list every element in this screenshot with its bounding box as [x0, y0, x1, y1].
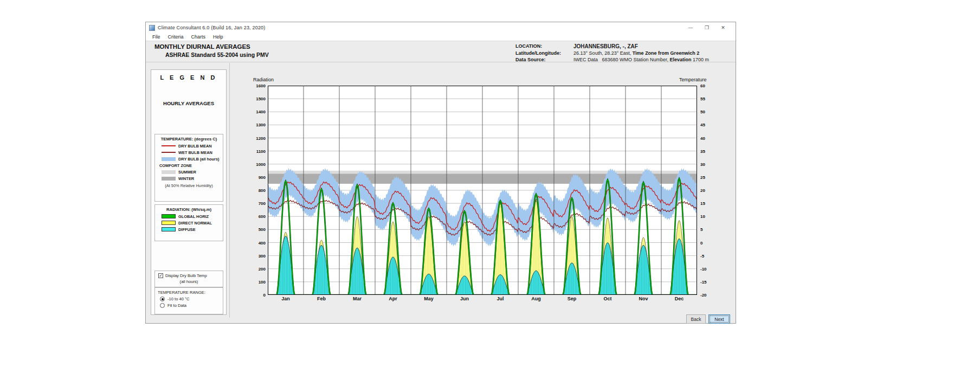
legend-subtitle: HOURLY AVERAGES	[151, 100, 226, 106]
temperature-tick: 5	[700, 227, 722, 232]
app-window: Climate Consultant 6.0 (Build 16, Jan 23…	[145, 22, 736, 324]
datasource-value: IWEC Data 683680 WMO Station Number, Ele…	[573, 57, 709, 62]
radiation-tick: 400	[231, 241, 266, 246]
direct-normal-swatch	[162, 221, 176, 225]
temperature-tick: -10	[700, 267, 722, 272]
temperature-legend-title: TEMPERATURE: (degrees C)	[156, 137, 222, 141]
month-label-jun: Jun	[447, 296, 482, 301]
legend-item-wet-bulb-mean: WET BULB MEAN	[162, 149, 223, 156]
temperature-range-box: TEMPERATURE RANGE: -10 to 40 °CFit to Da…	[154, 287, 223, 314]
radiation-tick: 500	[231, 227, 266, 232]
direct-normal-label: DIRECT NORMAL	[178, 221, 212, 226]
radiation-tick: 800	[231, 188, 266, 193]
datasource-value-bold: Elevation	[670, 57, 692, 62]
display-dry-bulb-checkbox[interactable]: ✓	[158, 273, 163, 278]
radio-selected[interactable]	[160, 297, 165, 301]
winter-label: WINTER	[178, 176, 194, 181]
comfort-zone-label: COMFORT ZONE	[159, 163, 192, 168]
month-label-nov: Nov	[626, 296, 661, 301]
temperature-range-option-0: -10 to 40 °C	[160, 297, 223, 301]
temperature-tick: 55	[700, 96, 722, 101]
month-axis-labels: JanFebMarAprMayJunJulAugSepOctNovDec	[268, 296, 697, 302]
latlong-value-text: 26.13° South, 28.23° East,	[573, 50, 633, 56]
month-label-may: May	[411, 296, 447, 301]
page-title: MONTHLY DIURNAL AVERAGES	[154, 43, 250, 50]
display-dry-bulb-box: ✓ Display Dry Bulb Temp (all hours)	[154, 271, 223, 287]
right-axis-title: Temperature	[679, 77, 707, 82]
maximize-button[interactable]: ❐	[699, 22, 715, 33]
global-horiz-swatch	[162, 214, 176, 218]
legend-item-comfort-zone: COMFORT ZONE	[159, 162, 223, 169]
month-label-jan: Jan	[268, 296, 304, 301]
window-title: Climate Consultant 6.0 (Build 16, Jan 23…	[158, 25, 266, 30]
diffuse-label: DIFFUSE	[178, 227, 196, 232]
temperature-tick: 30	[700, 162, 722, 167]
datasource-value-tail: 1700 m	[692, 57, 710, 62]
legend-panel: L E G E N D HOURLY AVERAGES TEMPERATURE:…	[151, 69, 227, 315]
month-label-dec: Dec	[661, 296, 697, 301]
radiation-legend-title: RADIATION: (Wh/sq.m)	[156, 207, 222, 212]
title-bar: Climate Consultant 6.0 (Build 16, Jan 23…	[146, 22, 736, 33]
temperature-tick: -15	[700, 280, 722, 285]
temperature-tick: 50	[700, 110, 722, 114]
location-label: LOCATION:	[515, 43, 542, 49]
left-axis-title: Radiation	[253, 77, 274, 82]
dry-bulb-all-hours-label: DRY BULB (all hours)	[178, 157, 220, 162]
location-value: JOHANNESBURG, -, ZAF	[573, 43, 638, 49]
datasource-label: Data Source:	[515, 57, 546, 62]
temperature-tick: 10	[700, 214, 722, 219]
next-button[interactable]: Next	[708, 314, 730, 324]
close-button[interactable]: ✕	[715, 22, 731, 33]
summer-label: SUMMER	[178, 170, 196, 175]
latlong-value: 26.13° South, 28.23° East, Time Zone fro…	[573, 50, 699, 56]
temperature-tick: 25	[700, 175, 722, 180]
month-label-sep: Sep	[554, 296, 590, 301]
month-label-apr: Apr	[375, 296, 411, 301]
back-button[interactable]: Back	[686, 314, 706, 324]
legend-item-summer: SUMMER	[162, 169, 223, 175]
radiation-tick: 300	[231, 254, 266, 259]
legend-item-diffuse: DIFFUSE	[162, 226, 223, 233]
temperature-tick: 0	[700, 241, 722, 246]
radiation-tick: 1500	[231, 96, 266, 101]
chart-plot-area	[268, 86, 697, 295]
radiation-tick: 700	[231, 201, 266, 206]
temperature-range-title: TEMPERATURE RANGE:	[158, 290, 223, 295]
radiation-axis-ticks: 0100200300400500600700800900100011001200…	[231, 86, 266, 295]
radio-label: -10 to 40 °C	[167, 297, 190, 301]
radiation-tick: 1400	[231, 110, 266, 114]
latlong-label: Latitude/Longitude:	[515, 50, 561, 56]
menu-help[interactable]: Help	[209, 34, 227, 40]
radiation-legend-box: RADIATION: (Wh/sq.m) GLOBAL HORIZDIRECT …	[154, 204, 223, 241]
legend-title: L E G E N D	[151, 74, 226, 81]
radiation-tick: 1300	[231, 123, 266, 127]
month-label-mar: Mar	[339, 296, 375, 301]
radiation-tick: 1600	[231, 83, 266, 88]
month-label-oct: Oct	[590, 296, 626, 301]
dry-bulb-mean-label: DRY BULB MEAN	[178, 144, 212, 149]
month-label-feb: Feb	[304, 296, 339, 301]
radio-unselected[interactable]	[160, 303, 165, 308]
dry-bulb-all-hours-swatch	[162, 157, 176, 161]
dry-bulb-mean-swatch	[162, 145, 176, 146]
legend-item-winter: WINTER	[162, 175, 223, 182]
temperature-range-option-1: Fit to Data	[160, 303, 223, 308]
datasource-value-text: IWEC Data 683680 WMO Station Number,	[573, 57, 670, 62]
diffuse-swatch	[162, 227, 176, 231]
temperature-tick: -5	[700, 254, 722, 259]
page-subtitle: ASHRAE Standard 55-2004 using PMV	[165, 51, 269, 58]
temperature-axis-ticks: 605550454035302520151050-5-10-15-20	[700, 86, 722, 295]
menu-charts[interactable]: Charts	[188, 34, 210, 40]
temperature-tick: 60	[700, 83, 722, 88]
display-dry-bulb-label: Display Dry Bulb Temp	[165, 273, 207, 278]
temperature-legend-box: TEMPERATURE: (degrees C) DRY BULB MEANWE…	[154, 134, 223, 202]
legend-item-global-horiz: GLOBAL HORIZ	[162, 213, 223, 220]
temperature-tick: 15	[700, 201, 722, 206]
menu-file[interactable]: File	[146, 34, 164, 40]
temperature-tick: 35	[700, 149, 722, 154]
radiation-tick: 1100	[231, 149, 266, 154]
month-label-jul: Jul	[482, 296, 518, 301]
menu-criteria[interactable]: Criteria	[164, 34, 188, 40]
legend-item-direct-normal: DIRECT NORMAL	[162, 220, 223, 226]
minimize-button[interactable]: —	[682, 22, 699, 33]
